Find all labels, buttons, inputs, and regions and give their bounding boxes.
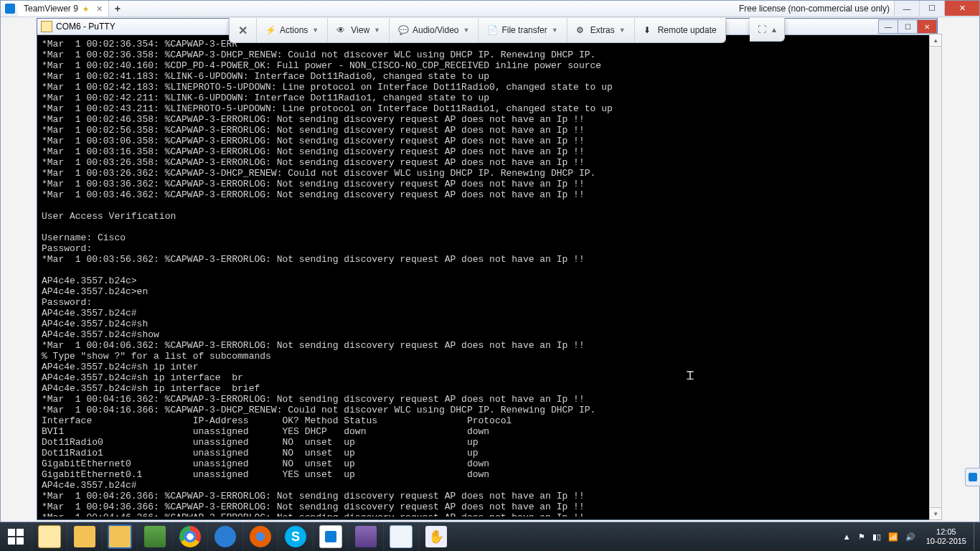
teamviewer-toolbar: ✕ ⚡ Actions ▼ 👁 View ▼ 💬 Audio/Video ▼ 📄… xyxy=(229,18,726,43)
toolbar-label: File transfer xyxy=(501,25,547,35)
tray-overflow-button[interactable]: ▲ xyxy=(839,532,854,541)
star-icon: ★ xyxy=(83,5,89,13)
toolbar-actions-button[interactable]: ⚡ Actions ▼ xyxy=(257,18,328,42)
taskbar-item-notepad[interactable] xyxy=(383,522,418,551)
remote-scrollbar[interactable]: ▴ ▾ xyxy=(929,34,942,520)
winscp-icon xyxy=(144,526,166,547)
add-tab-button[interactable]: + xyxy=(109,3,126,14)
system-tray: ▲ ⚑ ▮▯ 📶 🔊 12:05 10-02-2015 xyxy=(839,522,980,551)
toolbar-remoteupdate-button[interactable]: ⬇ Remote update xyxy=(635,18,725,42)
scroll-up-icon[interactable]: ▴ xyxy=(930,34,941,47)
toolbar-extras-button[interactable]: ⚙ Extras ▼ xyxy=(567,18,635,42)
tray-battery-icon[interactable]: ▮▯ xyxy=(869,532,885,542)
notepad-icon xyxy=(390,525,413,548)
toolbar-label: View xyxy=(351,25,369,35)
scroll-down-icon[interactable]: ▾ xyxy=(930,507,941,519)
chevron-down-icon: ▼ xyxy=(552,27,558,34)
chevron-up-icon: ▲ xyxy=(843,532,851,541)
chevron-down-icon: ▼ xyxy=(374,27,380,34)
terminal-output[interactable]: *Mar 1 00:02:36.354: %CAPWAP-3-ERR *Mar … xyxy=(40,37,934,517)
maximize-button[interactable]: ☐ xyxy=(919,1,944,16)
taskbar-item-explorer[interactable] xyxy=(67,522,102,551)
putty-minimize-button[interactable]: — xyxy=(878,19,898,34)
fullscreen-icon[interactable]: ⛶ xyxy=(758,24,766,34)
toolbar-label: Actions xyxy=(280,25,308,35)
toolbar-label: Extras xyxy=(590,25,615,35)
taskbar-item-skype[interactable]: S xyxy=(278,522,313,551)
teamviewer-toolbar-tail: ⛶ ▴ xyxy=(750,18,785,42)
chrome-icon xyxy=(179,526,201,547)
teamviewer-session-tab[interactable]: TeamViewer 9 ★ ✕ xyxy=(18,1,109,17)
toolbar-view-button[interactable]: 👁 View ▼ xyxy=(328,18,390,42)
tab-close-icon[interactable]: ✕ xyxy=(96,4,103,14)
toolbar-label: Audio/Video xyxy=(413,25,459,35)
close-icon: ✕ xyxy=(238,24,248,37)
text-cursor-icon: Ꮖ xyxy=(687,369,697,382)
winrar-icon xyxy=(355,526,377,547)
clock-date: 10-02-2015 xyxy=(926,537,966,546)
taskbar-item-winrar[interactable] xyxy=(348,522,383,551)
teamviewer-titlebar: TeamViewer 9 ★ ✕ + Free license (non-com… xyxy=(1,1,979,17)
tray-clock[interactable]: 12:05 10-02-2015 xyxy=(919,527,974,546)
chevron-down-icon: ▼ xyxy=(312,27,319,34)
putty-icon xyxy=(41,21,52,32)
folder-icon xyxy=(74,526,95,547)
tray-network-icon[interactable]: 📶 xyxy=(885,532,902,542)
skype-icon: S xyxy=(285,526,306,547)
tray-volume-icon[interactable]: 🔊 xyxy=(902,532,919,542)
tray-flag-icon[interactable]: ⚑ xyxy=(854,532,869,542)
start-button[interactable] xyxy=(0,522,32,551)
minimize-button[interactable]: — xyxy=(894,1,919,16)
windows-logo-icon xyxy=(8,529,24,545)
putty-title: COM6 - PuTTY xyxy=(56,22,116,32)
putty-maximize-button[interactable]: ☐ xyxy=(897,19,918,34)
teamviewer-window: TeamViewer 9 ★ ✕ + Free license (non-com… xyxy=(0,0,980,522)
teamviewer-badge-icon xyxy=(969,473,977,481)
teamviewer-taskbar-icon xyxy=(319,525,342,548)
taskbar-item-putty[interactable] xyxy=(32,522,67,551)
show-desktop-button[interactable] xyxy=(974,522,980,551)
taskbar-item-outlook[interactable] xyxy=(102,522,137,551)
download-icon: ⬇ xyxy=(644,25,654,35)
taskbar-item-winscp[interactable] xyxy=(137,522,172,551)
license-text: Free license (non-commercial use only) xyxy=(739,4,894,14)
hand-icon: ✋ xyxy=(425,526,447,547)
outlook-icon xyxy=(108,524,132,549)
chevron-down-icon: ▼ xyxy=(619,27,626,34)
ie-icon xyxy=(215,526,236,547)
file-icon: 📄 xyxy=(487,25,497,35)
clock-time: 12:05 xyxy=(926,527,966,537)
close-button[interactable]: ✕ xyxy=(944,1,979,16)
lightning-icon: ⚡ xyxy=(265,25,275,35)
putty-taskbar-icon xyxy=(38,525,61,548)
gear-icon: ⚙ xyxy=(576,25,586,35)
firefox-icon xyxy=(250,526,271,547)
taskbar-item-chrome[interactable] xyxy=(172,522,207,551)
toolbar-label: Remote update xyxy=(658,25,717,35)
taskbar-item-hand[interactable]: ✋ xyxy=(418,522,453,551)
chevron-down-icon: ▼ xyxy=(463,27,470,34)
taskbar-item-firefox[interactable] xyxy=(242,522,278,551)
putty-window: COM6 - PuTTY — ☐ ✕ *Mar 1 00:02:36.354: … xyxy=(37,18,938,520)
teamviewer-side-panel-button[interactable] xyxy=(965,468,980,486)
windows-taskbar: S ✋ ▲ ⚑ ▮▯ 📶 🔊 12:05 10-02-2015 xyxy=(0,522,980,551)
toolbar-filetransfer-button[interactable]: 📄 File transfer ▼ xyxy=(479,18,567,42)
toolbar-audiovideo-button[interactable]: 💬 Audio/Video ▼ xyxy=(390,18,479,42)
teamviewer-logo-icon xyxy=(5,4,15,14)
chat-icon: 💬 xyxy=(398,25,408,35)
tab-title: TeamViewer 9 xyxy=(24,4,78,14)
taskbar-item-teamviewer[interactable] xyxy=(313,522,348,551)
collapse-up-icon[interactable]: ▴ xyxy=(772,24,776,34)
putty-close-button[interactable]: ✕ xyxy=(917,19,937,34)
eye-icon: 👁 xyxy=(336,25,347,35)
window-controls: — ☐ ✕ xyxy=(894,1,979,17)
taskbar-item-ie[interactable] xyxy=(207,522,242,551)
toolbar-close-button[interactable]: ✕ xyxy=(230,18,257,42)
